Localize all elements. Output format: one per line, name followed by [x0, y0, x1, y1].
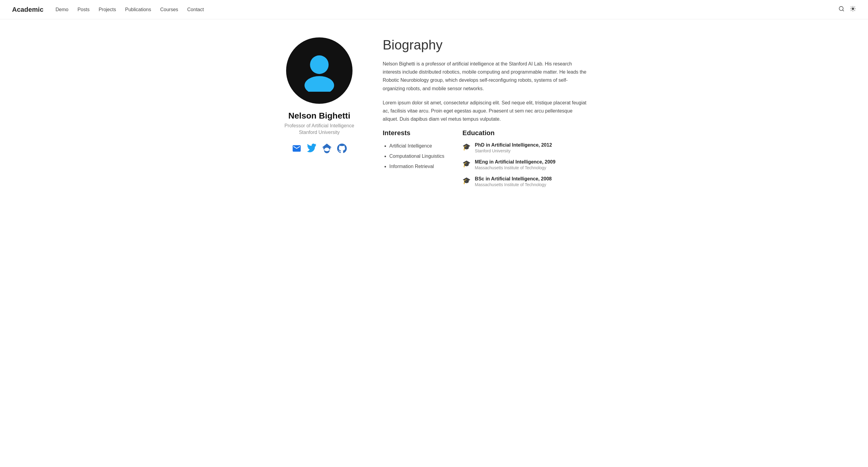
- brand-logo[interactable]: Academic: [12, 6, 43, 13]
- edu-school-0: Stanford University: [475, 148, 552, 153]
- list-item: Information Retrieval: [389, 163, 444, 170]
- nav-links: Demo Posts Projects Publications Courses…: [56, 7, 838, 12]
- nav-publications[interactable]: Publications: [125, 7, 151, 12]
- graduation-cap-icon-0: 🎓: [462, 143, 470, 151]
- education-list: 🎓 PhD in Artificial Intelligence, 2012 S…: [462, 142, 555, 187]
- education-item-1: 🎓 MEng in Artificial Intelligence, 2009 …: [462, 159, 555, 170]
- github-icon[interactable]: [337, 143, 347, 155]
- nav-contact[interactable]: Contact: [187, 7, 204, 12]
- google-scholar-icon[interactable]: [322, 143, 332, 155]
- theme-icon[interactable]: [850, 6, 856, 13]
- social-icons: [292, 143, 347, 155]
- interests-education-section: Interests Artificial Intelligence Comput…: [383, 129, 588, 193]
- education-item-0: 🎓 PhD in Artificial Intelligence, 2012 S…: [462, 142, 555, 153]
- education-item-2: 🎓 BSc in Artificial Intelligence, 2008 M…: [462, 176, 555, 187]
- graduation-cap-icon-1: 🎓: [462, 160, 470, 168]
- edu-school-1: Massachusetts Institute of Technology: [475, 165, 555, 170]
- edu-details-0: PhD in Artificial Intelligence, 2012 Sta…: [475, 142, 552, 153]
- list-item: Artificial Intelligence: [389, 142, 444, 149]
- twitter-icon[interactable]: [307, 143, 317, 155]
- profile-university: Stanford University: [299, 130, 340, 135]
- biography-paragraph-1: Nelson Bighetti is a professor of artifi…: [383, 60, 588, 93]
- profile-right: Biography Nelson Bighetti is a professor…: [383, 37, 588, 193]
- edu-details-2: BSc in Artificial Intelligence, 2008 Mas…: [475, 176, 552, 187]
- profile-title: Professor of Artificial Intelligence: [284, 123, 354, 129]
- edu-degree-0: PhD in Artificial Intelligence, 2012: [475, 142, 552, 148]
- svg-point-4: [305, 76, 334, 92]
- profile-left: Nelson Bighetti Professor of Artificial …: [280, 37, 359, 155]
- edu-details-1: MEng in Artificial Intelligence, 2009 Ma…: [475, 159, 555, 170]
- profile-name: Nelson Bighetti: [288, 111, 350, 121]
- avatar-svg: [298, 49, 340, 92]
- list-item: Computational Linguistics: [389, 153, 444, 160]
- biography-title: Biography: [383, 37, 588, 53]
- svg-point-3: [310, 56, 329, 74]
- nav-posts[interactable]: Posts: [78, 7, 90, 12]
- svg-line-1: [843, 10, 844, 11]
- svg-point-2: [852, 7, 854, 10]
- edu-school-2: Massachusetts Institute of Technology: [475, 182, 552, 187]
- biography-paragraph-2: Lorem ipsum dolor sit amet, consectetur …: [383, 99, 588, 123]
- main-content: Nelson Bighetti Professor of Artificial …: [268, 37, 600, 193]
- nav-courses[interactable]: Courses: [160, 7, 178, 12]
- education-title: Education: [462, 129, 555, 137]
- navbar: Academic Demo Posts Projects Publication…: [0, 0, 868, 19]
- interests-title: Interests: [383, 129, 444, 137]
- search-icon[interactable]: [838, 6, 844, 13]
- interests-section: Interests Artificial Intelligence Comput…: [383, 129, 444, 193]
- navbar-icon-group: [838, 6, 856, 13]
- email-icon[interactable]: [292, 143, 302, 155]
- edu-degree-1: MEng in Artificial Intelligence, 2009: [475, 159, 555, 165]
- interests-list: Artificial Intelligence Computational Li…: [383, 142, 444, 170]
- nav-demo[interactable]: Demo: [56, 7, 68, 12]
- nav-projects[interactable]: Projects: [99, 7, 116, 12]
- education-section: Education 🎓 PhD in Artificial Intelligen…: [462, 129, 555, 193]
- edu-degree-2: BSc in Artificial Intelligence, 2008: [475, 176, 552, 181]
- graduation-cap-icon-2: 🎓: [462, 177, 470, 185]
- avatar: [286, 37, 352, 104]
